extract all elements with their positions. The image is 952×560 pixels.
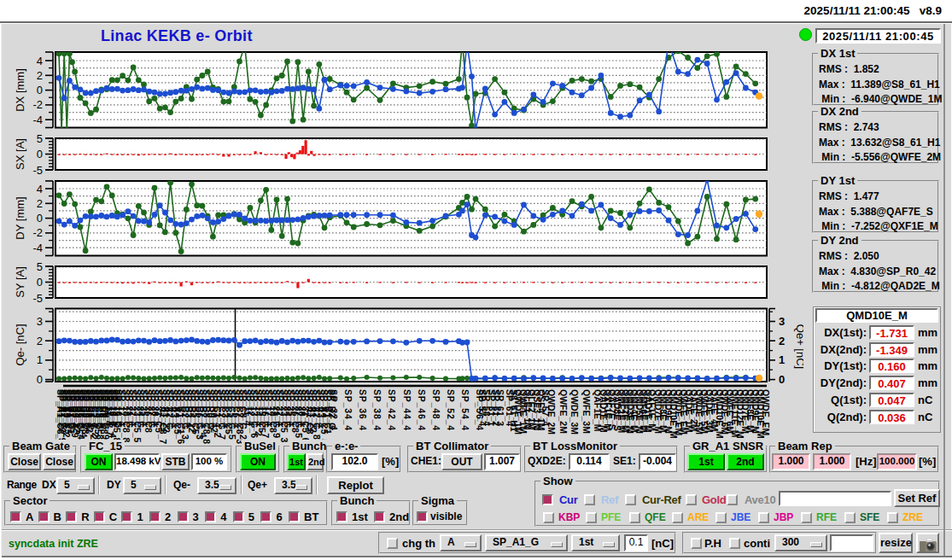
svg-text:QWDE_2M: QWDE_2M — [546, 389, 557, 435]
svg-text:SP_36_4: SP_36_4 — [358, 389, 368, 431]
svg-text:-2: -2 — [32, 98, 43, 111]
svg-text:SX [A]: SX [A] — [14, 138, 26, 170]
svg-text:SP_38_4: SP_38_4 — [372, 389, 383, 431]
svg-text:0: 0 — [37, 148, 43, 160]
svg-text:0: 0 — [37, 84, 43, 96]
svg-text:1: 1 — [37, 353, 43, 366]
svg-text:3: 3 — [37, 315, 43, 328]
svg-text:4: 4 — [37, 183, 43, 195]
svg-text:QWDE_3M: QWDE_3M — [569, 389, 580, 435]
svg-text:2: 2 — [37, 335, 43, 347]
svg-text:SP_52_4: SP_52_4 — [446, 389, 456, 431]
svg-text:-5: -5 — [32, 164, 43, 177]
svg-text:5: 5 — [37, 132, 43, 145]
svg-text:SY [A]: SY [A] — [14, 266, 26, 298]
svg-text:DX [mm]: DX [mm] — [14, 68, 26, 112]
svg-text:2: 2 — [779, 335, 785, 347]
svg-text:SP_34_4: SP_34_4 — [343, 389, 353, 431]
svg-text:SP_61_3: SP_61_3 — [495, 389, 505, 426]
svg-text:-4: -4 — [32, 114, 43, 126]
svg-text:DY [mm]: DY [mm] — [14, 196, 26, 239]
svg-text:QWFE_2M: QWFE_2M — [558, 389, 569, 434]
svg-text:3: 3 — [779, 315, 785, 328]
svg-text:2: 2 — [37, 197, 43, 210]
svg-text:-4: -4 — [32, 242, 43, 254]
svg-text:2: 2 — [37, 69, 43, 82]
svg-text:Qe- [nC]: Qe- [nC] — [14, 324, 26, 365]
svg-text:-5: -5 — [32, 292, 43, 305]
svg-text:QWFE_3M: QWFE_3M — [581, 389, 592, 434]
svg-text:5: 5 — [37, 260, 43, 273]
svg-text:QWDE_EM: QWDE_EM — [761, 389, 771, 436]
svg-text:0: 0 — [37, 276, 43, 289]
svg-text:SP_46_4: SP_46_4 — [417, 389, 427, 431]
svg-text:-2: -2 — [32, 226, 43, 239]
svg-text:SP_48_4: SP_48_4 — [431, 389, 441, 431]
svg-text:SP_44_4: SP_44_4 — [402, 389, 412, 431]
svg-text:0: 0 — [779, 373, 785, 386]
svg-text:4: 4 — [37, 55, 43, 67]
svg-text:Qe+ [nC]: Qe+ [nC] — [794, 324, 804, 369]
svg-text:0: 0 — [37, 373, 43, 386]
svg-text:SP_32_4: SP_32_4 — [329, 389, 339, 431]
svg-text:SP_54_4: SP_54_4 — [460, 389, 470, 431]
svg-text:0: 0 — [37, 212, 43, 225]
svg-text:1: 1 — [779, 353, 785, 366]
svg-text:SP_42_4: SP_42_4 — [387, 389, 397, 431]
